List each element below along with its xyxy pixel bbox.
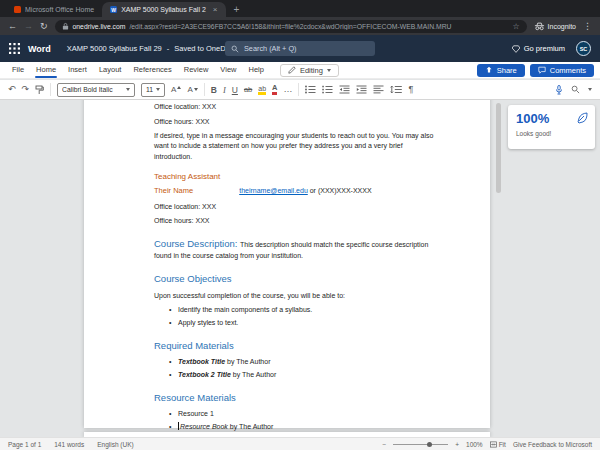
doc-heading[interactable]: Required Materials	[154, 339, 436, 353]
ribbon-tab-help[interactable]: Help	[242, 62, 269, 78]
doc-paragraph[interactable]: Office hours: XXX	[154, 216, 436, 226]
forward-icon[interactable]: →	[24, 22, 33, 31]
title-separator: -	[167, 44, 170, 53]
url-bar[interactable]: onedrive.live.com /edit.aspx?resid=2A3EC…	[55, 20, 527, 33]
zoom-out-button[interactable]: −	[382, 441, 386, 448]
ribbon-tab-review[interactable]: Review	[178, 62, 215, 78]
app-name[interactable]: Word	[28, 44, 51, 54]
status-bar-right: − + 100% Fit Give Feedback to Microsoft	[382, 441, 592, 448]
word-count[interactable]: 141 words	[54, 441, 84, 448]
bullet-list-icon[interactable]	[305, 85, 316, 94]
dictate-microphone-icon[interactable]	[555, 85, 563, 95]
italic-button[interactable]: I	[223, 85, 226, 95]
editing-mode-dropdown[interactable]: Editing	[280, 64, 339, 77]
font-size-select[interactable]: 11	[141, 83, 165, 97]
doc-text: Their Name	[154, 186, 193, 195]
align-text-icon[interactable]	[373, 85, 384, 94]
ribbon-tab-layout[interactable]: Layout	[93, 62, 128, 78]
status-bar: Page 1 of 1 141 words English (UK) − + 1…	[0, 437, 600, 450]
line-spacing-icon[interactable]	[390, 85, 402, 94]
doc-paragraph[interactable]: Office hours: XXX	[154, 117, 436, 127]
email-link[interactable]: theirname@email.edu	[239, 187, 308, 194]
header-right-group: Go premium SC	[512, 41, 591, 56]
document-scrollbar[interactable]	[496, 100, 501, 437]
app-launcher-waffle-icon[interactable]	[9, 43, 20, 54]
ribbon-tab-file[interactable]: File	[6, 62, 30, 78]
strikethrough-button[interactable]: ab	[244, 85, 252, 94]
account-avatar[interactable]: SC	[576, 41, 591, 56]
doc-text: Resource Materials	[154, 392, 236, 403]
back-icon[interactable]: ←	[8, 22, 17, 31]
doc-text: or (XXX)XXX-XXXX	[308, 187, 372, 194]
doc-bullet-item[interactable]: Resource Book by The Author	[154, 422, 436, 432]
collapse-ribbon-chevron-icon[interactable]	[588, 88, 592, 91]
language-selector[interactable]: English (UK)	[97, 441, 133, 448]
underline-button[interactable]: U	[232, 85, 238, 95]
search-icon	[231, 45, 239, 53]
new-tab-button[interactable]: +	[234, 2, 240, 17]
doc-paragraph[interactable]: Upon successful completion of the course…	[154, 291, 436, 301]
font-name-select[interactable]: Calibri Bold Italic	[57, 83, 135, 97]
page-content: Office location: XXXOffice hours: XXXIf …	[154, 102, 436, 432]
browser-menu-icon[interactable]: ⋮	[583, 21, 592, 31]
document-title-group: XAMP 5000 Syllabus Fall 29 - Saved to On…	[67, 44, 247, 53]
ribbon-tab-view[interactable]: View	[214, 62, 242, 78]
outdent-icon[interactable]	[339, 85, 350, 94]
redo-icon[interactable]: ↷	[22, 85, 30, 94]
doc-bullet-item[interactable]: Apply styles to text.	[154, 318, 436, 328]
doc-text: by The Author	[225, 358, 270, 365]
scrollbar-thumb[interactable]	[496, 103, 501, 193]
bold-button[interactable]: B	[211, 85, 217, 95]
numbered-list-icon[interactable]	[322, 85, 333, 94]
doc-heading[interactable]: Course Objectives	[154, 272, 436, 286]
go-premium-button[interactable]: Go premium	[512, 44, 565, 53]
ribbon-tab-references[interactable]: References	[127, 62, 177, 78]
browser-tab-office-home[interactable]: Microsoft Office Home	[6, 2, 102, 17]
doc-paragraph[interactable]: Course Description: This description sho…	[154, 237, 436, 261]
zoom-in-button[interactable]: +	[455, 441, 459, 448]
search-box[interactable]: Search (Alt + Q)	[225, 41, 375, 56]
ribbon-tab-insert[interactable]: Insert	[62, 62, 93, 78]
pen-icon	[288, 66, 296, 74]
incognito-icon	[534, 22, 545, 31]
doc-bullet-item[interactable]: Textbook 2 Title by The Author	[154, 370, 436, 380]
doc-paragraph[interactable]: Teaching Assistant	[154, 171, 436, 183]
doc-bullet-item[interactable]: Textbook Title by The Author	[154, 357, 436, 367]
fit-icon[interactable]: Fit	[490, 441, 506, 448]
paragraph-mark-icon[interactable]: ¶	[408, 85, 413, 94]
undo-icon[interactable]: ↶	[8, 85, 16, 94]
grow-font-button[interactable]: A	[171, 85, 181, 94]
doc-paragraph[interactable]: Office location: XXX	[154, 102, 436, 112]
more-font-options-icon[interactable]: …	[283, 85, 292, 94]
indent-icon[interactable]	[356, 85, 367, 94]
url-domain: onedrive.live.com	[73, 23, 126, 30]
doc-paragraph[interactable]: Office location: XXX	[154, 202, 436, 212]
comment-icon	[538, 66, 546, 74]
shrink-font-button[interactable]: A	[187, 85, 197, 94]
document-title[interactable]: XAMP 5000 Syllabus Fall 29	[67, 44, 162, 53]
browser-tab-syllabus[interactable]: W XAMP 5000 Syllabus Fall 2 ×	[102, 2, 225, 17]
font-name-value: Calibri Bold Italic	[62, 86, 113, 93]
editor-score-card[interactable]: 100% Looks good!	[508, 105, 595, 149]
close-tab-icon[interactable]: ×	[213, 5, 218, 14]
share-button[interactable]: Share	[477, 64, 525, 77]
zoom-slider[interactable]	[393, 444, 448, 445]
ribbon-bar-right	[555, 85, 592, 95]
font-color-button[interactable]: A	[272, 84, 277, 95]
bookmark-star-icon[interactable]: ☆	[512, 22, 519, 31]
doc-heading[interactable]: Resource Materials	[154, 391, 436, 405]
document-page[interactable]: Office location: XXXOffice hours: XXXIf …	[84, 100, 490, 428]
doc-bullet-item[interactable]: Identify the main components of a syllab…	[154, 305, 436, 315]
doc-bullet-item[interactable]: Resource 1	[154, 409, 436, 419]
doc-paragraph[interactable]: Their Nametheirname@email.edu or (XXX)XX…	[154, 186, 436, 197]
highlight-color-button[interactable]: ab	[258, 85, 266, 95]
format-painter-icon[interactable]	[35, 85, 44, 95]
reload-icon[interactable]: ↻	[40, 22, 48, 31]
ribbon-tab-home[interactable]: Home	[30, 62, 62, 78]
doc-paragraph[interactable]: If desired, type in a message encouragin…	[154, 131, 436, 161]
zoom-level[interactable]: 100%	[466, 441, 483, 448]
find-icon[interactable]	[571, 85, 580, 94]
zoom-slider-knob[interactable]	[427, 442, 432, 447]
feedback-link[interactable]: Give Feedback to Microsoft	[513, 441, 592, 448]
comments-button[interactable]: Comments	[530, 64, 594, 77]
